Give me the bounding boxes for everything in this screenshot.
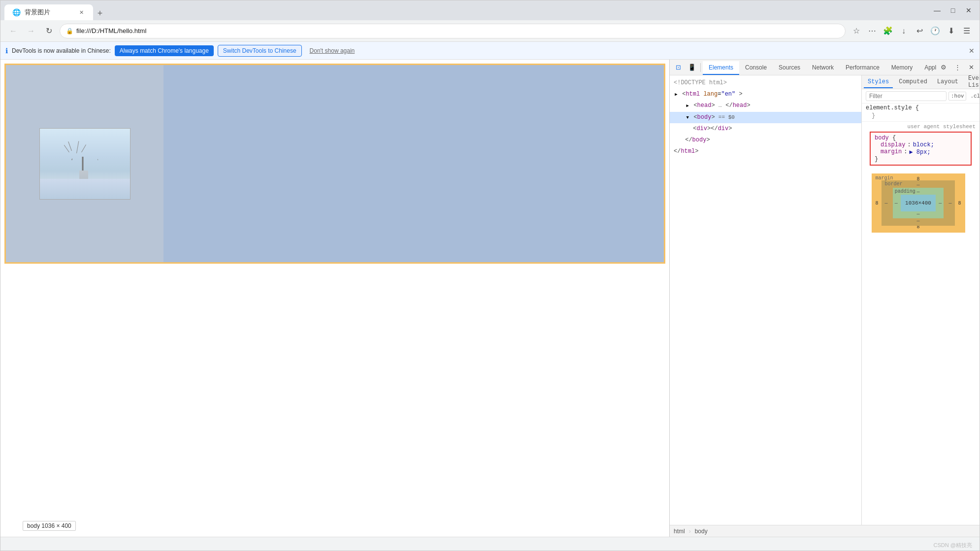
css-rule-header: user agent stylesheet	[866, 124, 976, 130]
tree-line-close-html[interactable]: </html>	[670, 146, 861, 157]
colon2: :	[904, 148, 907, 156]
body-eq-marker: == $0	[719, 114, 735, 120]
element-style-close: }	[866, 112, 976, 119]
more-button[interactable]: ⋯	[865, 24, 879, 38]
css-rule-section: user agent stylesheet body { display : b…	[862, 122, 980, 170]
triangle-html: ▶	[674, 91, 679, 98]
info-banner: ℹ DevTools is now available in Chinese: …	[0, 42, 980, 60]
padding-right-val: —	[939, 201, 942, 206]
back-button[interactable]: ←	[6, 24, 20, 38]
styles-tab-layout[interactable]: Layout	[933, 76, 962, 88]
match-language-button[interactable]: Always match Chrome's language	[115, 45, 214, 56]
extensions-button[interactable]: 🧩	[881, 24, 895, 38]
screenshot-button[interactable]: ↓	[897, 24, 911, 38]
html-tree: <!DOCTYPE html> ▶ <html lang="en" > ▶ <h…	[670, 75, 862, 525]
maximize-button[interactable]: □	[946, 3, 960, 17]
tree-line-close-body[interactable]: </body>	[670, 135, 861, 146]
triangle-head: ▶	[685, 103, 690, 109]
undo-button[interactable]: ↩	[913, 24, 926, 38]
html-tag: html	[686, 91, 700, 98]
lang-attr: lang	[703, 91, 718, 98]
bookmark-button[interactable]: ☆	[849, 24, 863, 38]
statusbar-html[interactable]: html	[674, 528, 685, 535]
new-tab-button[interactable]: +	[93, 6, 107, 20]
element-style-header: element.style {	[866, 104, 976, 111]
banner-close-button[interactable]: ✕	[969, 47, 975, 55]
tab-close-button[interactable]: ✕	[77, 8, 85, 16]
colon1: :	[907, 141, 911, 148]
cls-button[interactable]: .cls	[968, 92, 980, 100]
tree-line-div[interactable]: <div></div>	[670, 123, 861, 135]
margin-label: margin	[876, 175, 893, 181]
statusbar-separator: ›	[689, 528, 691, 535]
tab-network[interactable]: Network	[806, 61, 840, 75]
head-tag: head	[697, 102, 712, 109]
dont-show-again-link[interactable]: Don't show again	[310, 47, 355, 54]
tree-line-doctype[interactable]: <!DOCTYPE html>	[670, 77, 861, 89]
devtools-settings-button[interactable]: ⚙	[937, 61, 950, 74]
forward-button[interactable]: →	[24, 24, 38, 38]
bm-border: border — — — — padding — — —	[882, 180, 954, 225]
padding-top-val: —	[916, 189, 919, 195]
device-toolbar-button[interactable]: 📱	[686, 61, 698, 74]
devtools-close-button[interactable]: ✕	[965, 61, 978, 74]
switch-devtools-button[interactable]: Switch DevTools to Chinese	[218, 45, 302, 57]
download-button[interactable]: ⬇	[944, 24, 958, 38]
tab-bar: 🌐 背景图片 ✕ +	[4, 0, 107, 20]
styles-tab-styles[interactable]: Styles	[864, 76, 893, 88]
styles-header: Styles Computed Layout Event Listeners »	[862, 75, 980, 89]
active-tab[interactable]: 🌐 背景图片 ✕	[4, 4, 93, 20]
clock-button[interactable]: 🕐	[928, 24, 942, 38]
styles-filter-input[interactable]	[866, 91, 947, 101]
tree-line-head[interactable]: ▶ <head> … </head>	[670, 100, 861, 111]
tab-memory[interactable]: Memory	[885, 61, 918, 75]
close-bracket: >	[739, 91, 742, 98]
address-bar[interactable]: 🔒 file:///D:/HTML/hello.html	[60, 24, 846, 38]
menu-button[interactable]: ☰	[960, 24, 974, 38]
tab-performance[interactable]: Performance	[840, 61, 885, 75]
tab-sources[interactable]: Sources	[773, 61, 806, 75]
tab-application[interactable]: Application	[918, 61, 936, 75]
devtools-more-button[interactable]: ⋮	[951, 61, 964, 74]
element-picker-button[interactable]: ⊡	[672, 61, 685, 74]
toolbar-separator	[700, 63, 701, 72]
address-text: file:///D:/HTML/hello.html	[76, 27, 146, 34]
body-label: body 1036 × 400	[23, 521, 76, 531]
bm-margin: margin 8 8 8 8 border — — —	[872, 173, 965, 233]
banner-text: DevTools is now available in Chinese:	[12, 47, 111, 54]
minimize-button[interactable]: —	[930, 3, 944, 17]
doctype-text: <!DOCTYPE html>	[674, 79, 727, 86]
user-agent-label: user agent stylesheet	[907, 124, 976, 130]
box-model-container: margin 8 8 8 8 border — — —	[862, 170, 980, 241]
border-label: border	[884, 181, 902, 187]
page-right	[163, 65, 664, 262]
head-collapsed: …	[719, 102, 722, 109]
styles-tab-computed[interactable]: Computed	[895, 76, 931, 88]
content-size: 1036×400	[905, 200, 931, 206]
tab-elements[interactable]: Elements	[703, 61, 739, 75]
css-selector-line: body {	[875, 135, 967, 141]
css-margin-prop: margin : ▶ 8px;	[875, 148, 967, 156]
display-value: block;	[913, 141, 934, 148]
refresh-button[interactable]: ↻	[42, 24, 56, 38]
border-bottom-val: —	[916, 218, 919, 224]
hov-button[interactable]: :hov	[948, 92, 966, 101]
devtools-tabs: Elements Console Sources Network Perform…	[703, 60, 936, 75]
devtools-toolbar: ⊡ 📱 Elements Console Sources Network Per…	[670, 60, 980, 75]
padding-left-val: —	[895, 201, 898, 206]
lock-icon: 🔒	[66, 28, 73, 34]
page-body-box	[4, 64, 665, 264]
border-right-val: —	[949, 201, 952, 206]
close-window-button[interactable]: ✕	[962, 3, 976, 17]
styles-tab-event-listeners[interactable]: Event Listeners	[964, 75, 980, 92]
devtools-panel: ⊡ 📱 Elements Console Sources Network Per…	[669, 60, 980, 537]
devtools-content: <!DOCTYPE html> ▶ <html lang="en" > ▶ <h…	[670, 75, 980, 525]
tab-console[interactable]: Console	[739, 61, 773, 75]
margin-value: ▶ 8px;	[909, 148, 930, 156]
css-rule-box: body { display : block; margin :	[870, 132, 972, 166]
info-icon: ℹ	[5, 47, 8, 55]
tree-line-body[interactable]: ▼ <body> == $0	[670, 112, 861, 123]
tree-line-html[interactable]: ▶ <html lang="en" >	[670, 89, 861, 100]
statusbar-body[interactable]: body	[695, 528, 708, 535]
css-close-brace: }	[875, 156, 967, 163]
